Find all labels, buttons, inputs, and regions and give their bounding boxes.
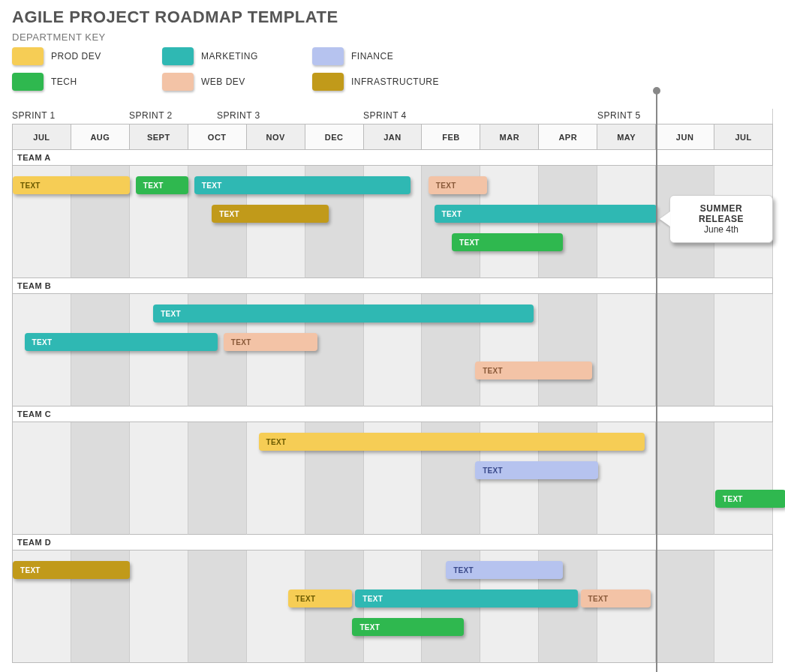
sprint-label: SPRINT 3 (217, 110, 260, 121)
month-cell: JUN (656, 124, 714, 150)
task-bar[interactable]: TEXT (475, 362, 592, 380)
task-bar[interactable]: TEXT (429, 176, 487, 194)
legend-swatch (312, 73, 344, 91)
lane-column (130, 422, 188, 535)
milestone-callout: SUMMER RELEASE June 4th (669, 195, 773, 243)
task-bar[interactable]: TEXT (153, 304, 534, 322)
legend-swatch (12, 73, 44, 91)
month-cell: SEPT (130, 124, 188, 150)
legend-label: PROD DEV (51, 51, 101, 62)
legend-label: INFRASTRUCTURE (351, 76, 439, 87)
legend-swatch (162, 47, 194, 65)
lane-column (188, 422, 247, 535)
legend-swatch (12, 47, 44, 65)
task-bar[interactable]: TEXT (194, 176, 411, 194)
task-bar[interactable]: TEXT (13, 561, 130, 579)
legend-item: PROD DEV (12, 47, 147, 65)
milestone-title: SUMMER RELEASE (681, 203, 762, 224)
legend-item: INFRASTRUCTURE (312, 73, 447, 91)
team-header: TEAM D (12, 535, 773, 550)
month-cell: AUG (71, 124, 130, 150)
task-bar[interactable]: TEXT (435, 205, 657, 223)
roadmap-chart: SPRINT 1SPRINT 2SPRINT 3SPRINT 4SPRINT 5… (12, 109, 773, 663)
task-bar[interactable]: TEXT (355, 590, 577, 608)
legend-item: MARKETING (162, 47, 297, 65)
teams-container: TEAM ATEXTTEXTTEXTTEXTTEXTTEXTTEXTTEAM B… (12, 150, 773, 663)
task-bar[interactable]: TEXT (475, 461, 598, 479)
team-header: TEAM A (12, 150, 773, 166)
task-bar[interactable]: TEXT (452, 233, 563, 251)
lane-column (714, 422, 773, 535)
lane-column (71, 422, 130, 535)
lane-column (656, 294, 714, 406)
month-cell: JAN (364, 124, 423, 150)
task-bar[interactable]: TEXT (259, 433, 645, 451)
month-cell: DEC (305, 124, 364, 150)
lane-column (13, 422, 71, 535)
task-bar[interactable]: TEXT (13, 176, 130, 194)
month-cell: JUL (13, 124, 71, 150)
task-bar[interactable]: TEXT (25, 333, 218, 351)
month-cell: OCT (188, 124, 247, 150)
sprint-label: SPRINT 1 (12, 110, 56, 121)
legend-swatch (162, 73, 194, 91)
task-bar[interactable]: TEXT (288, 590, 353, 608)
legend-item: TECH (12, 73, 147, 91)
legend-title: DEPARTMENT KEY (12, 32, 773, 43)
month-cell: JUL (714, 124, 773, 150)
sprint-label: SPRINT 2 (129, 110, 173, 121)
team-header: TEAM B (12, 278, 773, 294)
milestone-subtitle: June 4th (681, 224, 762, 235)
lane-column (656, 422, 714, 535)
milestone-line (656, 91, 657, 672)
lane-column (656, 550, 714, 663)
team-body: TEXTTEXTTEXTTEXTTEXTTEXT (12, 550, 773, 663)
task-bar[interactable]: TEXT (224, 333, 317, 351)
legend: PROD DEVMARKETINGFINANCETECHWEB DEVINFRA… (12, 47, 773, 91)
sprint-label: SPRINT 5 (597, 110, 641, 121)
lane-column (539, 294, 597, 406)
task-bar[interactable]: TEXT (212, 205, 329, 223)
lane-column (188, 550, 247, 663)
team-header: TEAM C (12, 406, 773, 422)
task-bar[interactable]: TEXT (352, 618, 463, 636)
month-cell: FEB (422, 124, 480, 150)
legend-label: TECH (51, 76, 77, 87)
sprint-label: SPRINT 4 (363, 110, 407, 121)
month-cell: APR (539, 124, 597, 150)
team-body: TEXTTEXTTEXT (12, 422, 773, 535)
sprint-row: SPRINT 1SPRINT 2SPRINT 3SPRINT 4SPRINT 5 (12, 109, 773, 124)
month-cell: NOV (247, 124, 305, 150)
task-bar[interactable]: TEXT (446, 561, 563, 579)
task-bar[interactable]: TEXT (715, 490, 785, 508)
legend-item: FINANCE (312, 47, 447, 65)
month-cell: MAY (597, 124, 656, 150)
legend-label: MARKETING (201, 51, 258, 62)
lane-column (714, 550, 773, 663)
legend-label: FINANCE (351, 51, 393, 62)
legend-label: WEB DEV (201, 76, 245, 87)
task-bar[interactable]: TEXT (136, 176, 188, 194)
legend-swatch (312, 47, 344, 65)
task-bar[interactable]: TEXT (581, 590, 651, 608)
team-body: TEXTTEXTTEXTTEXT (12, 294, 773, 406)
lane-column (130, 550, 188, 663)
page-title: AGILE PROJECT ROADMAP TEMPLATE (12, 8, 773, 27)
lane-column (597, 294, 656, 406)
month-header-row: JULAUGSEPTOCTNOVDECJANFEBMARAPRMAYJUNJUL (12, 124, 773, 150)
lane-column (714, 294, 773, 406)
callout-arrow-icon (660, 212, 670, 226)
month-cell: MAR (480, 124, 539, 150)
team-body: TEXTTEXTTEXTTEXTTEXTTEXTTEXT (12, 166, 773, 278)
legend-item: WEB DEV (162, 73, 297, 91)
